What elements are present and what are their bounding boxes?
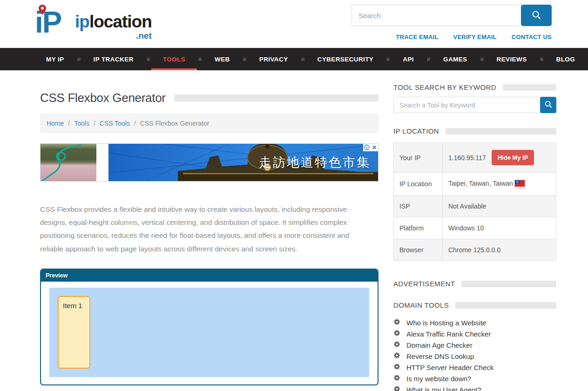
nav-item-tools[interactable]: TOOLS: [157, 48, 191, 70]
search-icon: [531, 10, 541, 21]
list-item: Who is Hosting a Website: [393, 317, 556, 328]
tool-search-input[interactable]: [393, 97, 541, 113]
gear-icon: [393, 341, 400, 350]
ip-location-heading-label: IP LOCATION: [393, 127, 439, 135]
page: iP iplocation .net TRACE EMAIL: [0, 0, 588, 391]
domain-tools-list: Who is Hosting a Website Alexa Traffic R…: [393, 317, 556, 391]
table-row: IP Location Taipei, Taiwan, Taiwan: [393, 173, 556, 196]
nav-item-games[interactable]: GAMES: [437, 48, 473, 70]
heading-bar: [446, 128, 556, 135]
domain-tool-link[interactable]: Reverse DNS Lookup: [406, 352, 474, 360]
flex-item-1[interactable]: Item 1: [58, 296, 90, 369]
logo-text-location: location: [89, 12, 152, 31]
ad-gap: [96, 144, 108, 181]
search-input[interactable]: [351, 5, 523, 26]
nav-separator: [198, 58, 202, 61]
list-item: Domain Age Checker: [393, 339, 556, 351]
logo-text-ip: ip: [75, 12, 89, 31]
main-nav: MY IP IP TRACKER TOOLS WEB PRIVACY CYBER…: [0, 48, 588, 70]
nav-item-api[interactable]: API: [397, 48, 420, 70]
nav-item-my-ip[interactable]: MY IP: [40, 48, 70, 70]
map-pin-icon: [39, 5, 46, 17]
flex-container: Item 1: [49, 288, 369, 377]
search-button[interactable]: [521, 5, 552, 26]
nav-separator: [540, 58, 543, 61]
sidebar: TOOL SEARCH BY KEYWORD IP LOCATION Y: [393, 83, 556, 391]
breadcrumb-separator: /: [94, 120, 95, 127]
ip-location-value: Taipei, Taiwan, Taiwan: [448, 180, 513, 187]
ad-info-icon[interactable]: ⓘ: [363, 144, 371, 151]
preview-panel: Preview Item 1: [40, 269, 378, 385]
title-row: CSS Flexbox Generator: [40, 91, 378, 105]
row-label: Your IP: [393, 143, 442, 173]
logo-text: iplocation .net: [75, 13, 152, 40]
hide-my-ip-button[interactable]: Hide My IP: [492, 150, 534, 165]
nav-item-cybersecurity[interactable]: CYBERSECURITY: [311, 48, 380, 70]
nav-separator: [480, 58, 484, 61]
verify-email-link[interactable]: VERIFY EMAIL: [453, 34, 497, 40]
breadcrumb-tools[interactable]: Tools: [74, 120, 89, 127]
domain-tool-link[interactable]: HTTP Server Header Check: [406, 364, 493, 371]
breadcrumb-css-tools[interactable]: CSS Tools: [100, 120, 130, 127]
heading-bar: [174, 94, 378, 101]
nav-item-ip-tracker[interactable]: IP TRACKER: [88, 48, 140, 70]
nav-separator: [243, 58, 246, 61]
advertisement-heading: ADVERTISEMENT: [393, 280, 556, 288]
list-item: What is my User Agent?: [393, 384, 556, 391]
nav-item-blog[interactable]: BLOG: [550, 48, 581, 70]
content: CSS Flexbox Generator Home / Tools / CSS…: [0, 70, 588, 391]
gear-icon: [393, 330, 400, 338]
preview-panel-title: Preview: [41, 270, 378, 282]
gear-icon: [393, 374, 400, 383]
nav-separator: [301, 58, 304, 61]
row-label: IP Location: [393, 173, 442, 196]
breadcrumb-separator: /: [68, 120, 70, 127]
domain-tool-link[interactable]: Domain Age Checker: [406, 341, 473, 349]
trace-email-link[interactable]: TRACE EMAIL: [396, 34, 439, 40]
ad-image-right: 走訪地道特色市集 ⓘ ✕: [108, 144, 378, 181]
tool-description: CSS Flexbox provides a flexible and intu…: [40, 203, 366, 256]
breadcrumb-separator: /: [134, 120, 136, 127]
row-label: Browser: [393, 239, 442, 261]
ad-image-left: [41, 144, 96, 181]
nav-separator: [386, 58, 390, 61]
header-links: TRACE EMAIL VERIFY EMAIL CONTACT US: [351, 34, 552, 40]
row-value: Taipei, Taiwan, Taiwan: [442, 173, 556, 196]
domain-tool-link[interactable]: Is my website down?: [406, 375, 471, 383]
row-label: Platform: [393, 217, 442, 239]
breadcrumb: Home / Tools / CSS Tools / CSS Flexbox G…: [40, 114, 378, 133]
nav-separator: [77, 58, 81, 61]
ad-banner[interactable]: 走訪地道特色市集 ⓘ ✕: [40, 143, 378, 182]
breadcrumb-home[interactable]: Home: [47, 120, 64, 127]
site-logo[interactable]: iP iplocation .net: [35, 5, 152, 42]
nav-item-web[interactable]: WEB: [209, 48, 236, 70]
ad-close-icon[interactable]: ✕: [371, 144, 378, 151]
list-item: Reverse DNS Lookup: [393, 351, 556, 362]
preview-panel-body: Item 1: [41, 282, 378, 384]
nav-item-reviews[interactable]: REVIEWS: [491, 48, 533, 70]
heading-bar: [461, 281, 556, 287]
list-item: Alexa Traffic Rank Checker: [393, 328, 556, 339]
domain-tool-link[interactable]: Who is Hosting a Website: [406, 319, 486, 327]
row-value: Not Available: [442, 196, 556, 217]
advertisement-heading-label: ADVERTISEMENT: [393, 280, 455, 288]
tool-search-button[interactable]: [540, 97, 556, 113]
row-value: Chrome 125.0.0.0: [442, 239, 556, 261]
table-row: ISP Not Available: [393, 196, 556, 217]
row-value: Windows 10: [442, 217, 556, 239]
site-header: iP iplocation .net TRACE EMAIL: [0, 0, 588, 48]
table-row: Browser Chrome 125.0.0.0: [393, 239, 556, 261]
page-title: CSS Flexbox Generator: [40, 91, 166, 105]
breadcrumb-current: CSS Flexbox Generator: [140, 120, 210, 127]
domain-tool-link[interactable]: What is my User Agent?: [406, 386, 481, 391]
contact-us-link[interactable]: CONTACT US: [512, 34, 552, 40]
list-item: Is my website down?: [393, 373, 556, 384]
table-row: Your IP 1.160.95.117 Hide My IP: [393, 143, 556, 173]
domain-tools-heading: DOMAIN TOOLS: [393, 301, 556, 309]
row-label: ISP: [393, 196, 442, 217]
tool-search-heading: TOOL SEARCH BY KEYWORD: [393, 83, 556, 91]
nav-item-privacy[interactable]: PRIVACY: [253, 48, 294, 70]
domain-tool-link[interactable]: Alexa Traffic Rank Checker: [406, 330, 491, 338]
main-column: CSS Flexbox Generator Home / Tools / CSS…: [40, 83, 378, 391]
taiwan-flag-icon: [515, 180, 525, 188]
